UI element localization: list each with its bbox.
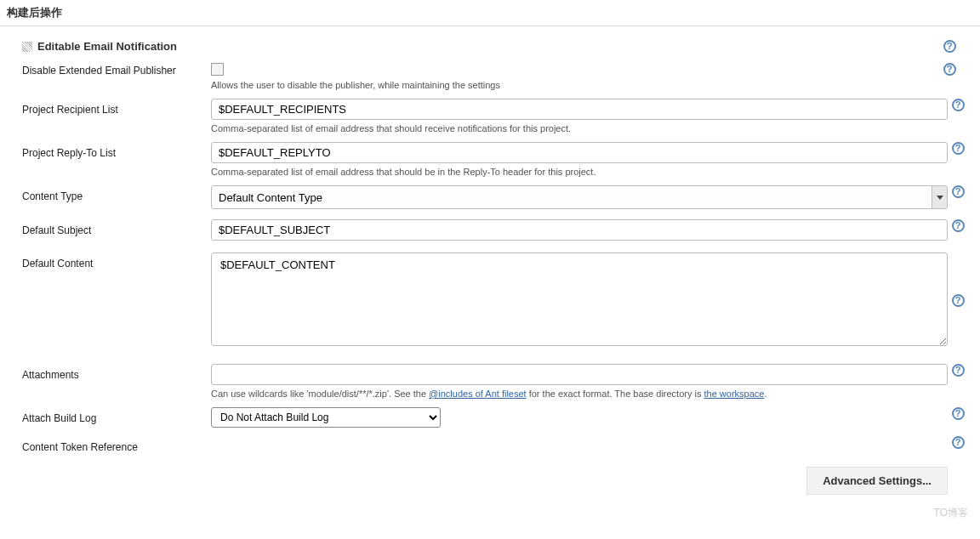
disable-publisher-checkbox[interactable] [211, 63, 224, 76]
attach-build-log-label: Attach Build Log [22, 407, 211, 424]
help-icon[interactable]: ? [943, 40, 956, 53]
recipient-list-label: Project Recipient List [22, 99, 211, 116]
help-icon[interactable]: ? [952, 294, 965, 307]
recipient-list-help: Comma-separated list of email address th… [211, 123, 965, 133]
replyto-list-label: Project Reply-To List [22, 142, 211, 159]
attachments-help: Can use wildcards like 'module/dist/**/*… [211, 389, 965, 399]
help-icon[interactable]: ? [943, 63, 956, 76]
default-subject-input[interactable] [211, 219, 948, 241]
notification-title: Editable Email Notification [37, 40, 177, 53]
workspace-link[interactable]: the workspace [704, 389, 765, 399]
attachments-label: Attachments [22, 364, 211, 381]
attach-build-log-select[interactable]: Do Not Attach Build Log [211, 407, 441, 428]
default-content-label: Default Content [22, 252, 211, 349]
replyto-list-help: Comma-separated list of email address th… [211, 167, 965, 177]
advanced-settings-button[interactable]: Advanced Settings... [806, 467, 948, 495]
recipient-list-input[interactable] [211, 99, 948, 120]
help-icon[interactable]: ? [952, 142, 965, 155]
help-icon[interactable]: ? [952, 99, 965, 111]
replyto-list-input[interactable] [211, 142, 948, 163]
default-content-textarea[interactable]: $DEFAULT_CONTENT [211, 252, 948, 346]
ant-fileset-link[interactable]: @includes of Ant fileset [429, 389, 527, 399]
content-token-reference-label: Content Token Reference [22, 436, 211, 453]
help-icon[interactable]: ? [952, 185, 965, 198]
watermark: TO博客 [934, 506, 968, 520]
disable-publisher-help: Allows the user to disable the publisher… [211, 80, 965, 90]
default-subject-label: Default Subject [22, 219, 211, 236]
section-header: 构建后操作 [0, 0, 980, 26]
content-type-select[interactable]: Default Content Type [211, 185, 948, 209]
content-type-label: Content Type [22, 185, 211, 202]
attachments-input[interactable] [211, 364, 948, 385]
help-icon[interactable]: ? [952, 436, 965, 449]
help-icon[interactable]: ? [952, 364, 965, 377]
disable-publisher-label: Disable Extended Email Publisher [22, 60, 211, 77]
help-icon[interactable]: ? [952, 407, 965, 420]
drag-handle-icon[interactable] [22, 42, 32, 52]
help-icon[interactable]: ? [952, 219, 965, 232]
